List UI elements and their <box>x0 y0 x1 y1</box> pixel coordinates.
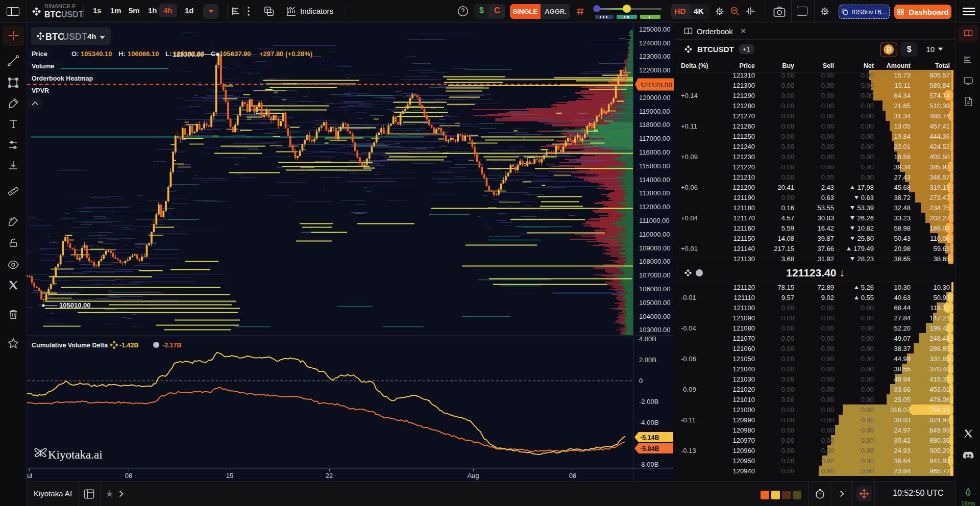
svg-text:-2.00B: -2.00B <box>639 398 658 406</box>
svg-text:BTC: BTC <box>45 32 64 42</box>
svg-text:105010.00: 105010.00 <box>59 301 90 309</box>
svg-text:O:: O: <box>71 50 79 58</box>
svg-text:108000.00: 108000.00 <box>639 258 670 265</box>
svg-text:L:: L: <box>165 50 172 58</box>
svg-text:15: 15 <box>226 472 233 479</box>
svg-text:-4.00B: -4.00B <box>639 419 658 426</box>
svg-text:-1.42B: -1.42B <box>119 342 139 349</box>
svg-text:121123.00: 121123.00 <box>640 81 672 89</box>
svg-text:104000.00: 104000.00 <box>639 313 670 320</box>
svg-text:118000.00: 118000.00 <box>639 121 670 129</box>
svg-text:Volume: Volume <box>32 63 54 70</box>
svg-text:0: 0 <box>639 377 643 385</box>
svg-text:105182.60: 105182.60 <box>173 50 204 58</box>
svg-text:107000.00: 107000.00 <box>639 271 670 279</box>
svg-text:USDT: USDT <box>62 32 87 42</box>
svg-text:H:: H: <box>118 50 126 58</box>
svg-text:-2.17B: -2.17B <box>162 342 182 349</box>
svg-text:105637.90: 105637.90 <box>219 50 251 58</box>
svg-text:Price: Price <box>32 50 47 58</box>
svg-text:119000.00: 119000.00 <box>639 108 670 115</box>
svg-text:4.00B: 4.00B <box>639 335 656 343</box>
svg-text:112000.00: 112000.00 <box>639 203 670 211</box>
svg-text:2.00B: 2.00B <box>639 356 656 364</box>
svg-text:Cumulative Volume Delta: Cumulative Volume Delta <box>32 342 108 349</box>
svg-text:109000.00: 109000.00 <box>639 244 670 252</box>
svg-text:106000.00: 106000.00 <box>639 285 670 293</box>
svg-text:117000.00: 117000.00 <box>639 135 670 142</box>
svg-text:Kiyotaka.ai: Kiyotaka.ai <box>48 448 103 461</box>
svg-text:08: 08 <box>569 472 576 479</box>
svg-text:110000.00: 110000.00 <box>639 231 670 238</box>
svg-text:-5.14B: -5.14B <box>640 434 659 441</box>
svg-text:124000.00: 124000.00 <box>639 39 670 47</box>
svg-text:-5.84B: -5.84B <box>640 445 659 452</box>
svg-text:122000.00: 122000.00 <box>639 66 670 74</box>
svg-text:120000.00: 120000.00 <box>639 94 670 102</box>
svg-text:116000.00: 116000.00 <box>639 148 670 156</box>
svg-text:106066.10: 106066.10 <box>128 50 159 58</box>
svg-text:123000.00: 123000.00 <box>639 53 670 60</box>
svg-text:VPVR: VPVR <box>32 87 49 94</box>
svg-text:+297.80 (+0.28%): +297.80 (+0.28%) <box>259 50 312 58</box>
svg-text:113000.00: 113000.00 <box>639 189 670 197</box>
svg-text:114000.00: 114000.00 <box>639 176 670 184</box>
svg-text:Aug: Aug <box>467 472 479 479</box>
svg-text:125000.00: 125000.00 <box>639 26 670 33</box>
svg-text:-8.00B: -8.00B <box>639 461 658 468</box>
svg-text:105340.10: 105340.10 <box>81 50 112 58</box>
svg-text:C:: C: <box>211 50 218 58</box>
svg-text:ul: ul <box>27 472 32 479</box>
svg-text:105000.00: 105000.00 <box>639 299 670 307</box>
svg-text:115000.00: 115000.00 <box>639 162 670 170</box>
svg-text:4h: 4h <box>87 32 96 41</box>
svg-text:111000.00: 111000.00 <box>639 217 670 224</box>
svg-text:103000.00: 103000.00 <box>639 326 670 334</box>
svg-text:22: 22 <box>326 472 333 479</box>
svg-text:Orderbook Heatmap: Orderbook Heatmap <box>32 75 93 82</box>
svg-text:08: 08 <box>125 472 132 479</box>
